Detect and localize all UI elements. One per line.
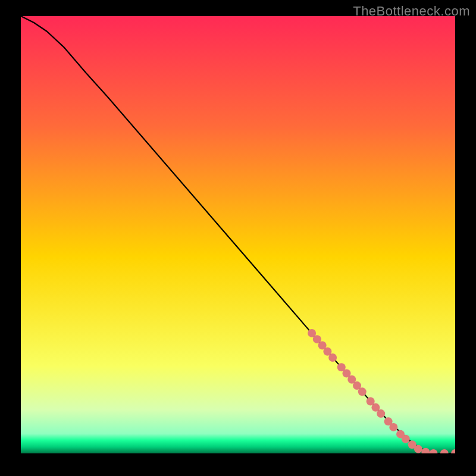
marker-point [402, 435, 410, 443]
marker-point [358, 387, 367, 396]
marker-point [377, 409, 385, 418]
gradient-background [21, 16, 455, 453]
chart-frame: TheBottleneck.com [0, 0, 476, 476]
marker-point [389, 423, 397, 431]
marker-point [328, 353, 337, 362]
chart-plot [21, 16, 455, 453]
watermark-text: TheBottleneck.com [353, 4, 470, 19]
marker-point [414, 445, 422, 453]
